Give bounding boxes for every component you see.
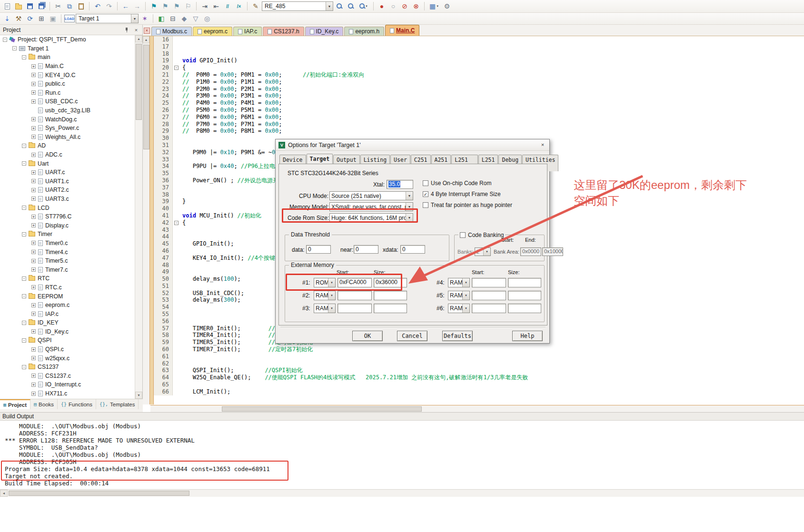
threshold-field-near[interactable]: 0	[354, 245, 378, 254]
checkbox-icon[interactable]	[460, 232, 466, 238]
filter-icon[interactable]: ▽	[190, 14, 201, 23]
checkbox-icon[interactable]: ✓	[423, 191, 428, 197]
tree-item-uart-c[interactable]: +UART.c	[0, 168, 135, 177]
memory-size-field-6[interactable]	[508, 304, 541, 313]
memory-size-field-2[interactable]	[374, 291, 407, 300]
tree-item-public-c[interactable]: +public.c	[0, 79, 135, 89]
tree-item-sys-power-c[interactable]: +Sys_Power.c	[0, 124, 135, 133]
tree-item-cs1237[interactable]: -CS1237	[0, 363, 135, 372]
tree-item-cs1237-c[interactable]: +CS1237.c	[0, 372, 135, 381]
tree-expander-icon[interactable]: -	[22, 232, 26, 236]
tree-expander-icon[interactable]: +	[31, 267, 36, 272]
close-document-button[interactable]: ×	[144, 28, 150, 34]
tree-expander-icon[interactable]: +	[31, 250, 36, 254]
tree-expander-icon[interactable]: +	[31, 73, 36, 77]
tree-item-qspi-c[interactable]: +QSPI.c	[0, 345, 135, 354]
dialog-close-icon[interactable]: ×	[539, 142, 546, 148]
scrollbar-thumb[interactable]	[136, 44, 142, 120]
tree-expander-icon[interactable]: -	[3, 38, 7, 42]
text-search-combo[interactable]: RE_485▼	[262, 1, 333, 11]
tree-expander-icon[interactable]: -	[22, 276, 26, 281]
memory-start-field-1[interactable]: 0xFCA000	[337, 278, 372, 287]
scroll-left-arrow[interactable]: ◄	[0, 490, 8, 497]
tree-item-eeprom[interactable]: -EEPROM	[0, 292, 135, 301]
tree-expander-icon[interactable]: +	[31, 383, 36, 387]
document-tab-eeprom-c[interactable]: eeprom.c	[193, 27, 232, 36]
tree-item-key4-io-c[interactable]: +KEY4_IO.C	[0, 70, 135, 79]
tree-item-timer5-c[interactable]: +Timer5.c	[0, 256, 135, 266]
option-checkbox-treat-far-pointer-as-huge-pointer[interactable]: Treat far pointer as huge pointer	[423, 202, 512, 208]
document-tab-eeprom-h[interactable]: eeprom.h	[344, 27, 384, 36]
tree-expander-icon[interactable]: -	[22, 206, 26, 210]
dropdown-arrow-icon[interactable]: ▼	[462, 304, 469, 313]
tree-expander-icon[interactable]: -	[22, 55, 26, 59]
pin-icon[interactable]	[124, 28, 129, 32]
xtal-field[interactable]: 35.0	[387, 180, 413, 189]
document-tab-id-key-c[interactable]: ID_Key.c	[305, 27, 344, 36]
options-for-target-icon[interactable]: ✶	[139, 14, 150, 23]
uncomment-icon[interactable]: /×	[234, 1, 244, 11]
scrollbar-thumb[interactable]	[222, 406, 422, 412]
memory-start-field-4[interactable]	[472, 278, 506, 287]
tree-item-target-1[interactable]: -Target 1	[0, 44, 135, 53]
tree-item-main-c[interactable]: +Main.C	[0, 62, 135, 71]
memory-start-field-3[interactable]	[337, 304, 372, 313]
paste-icon[interactable]	[76, 1, 86, 11]
tree-item-io-interrupt-c[interactable]: +IO_Interrupt.c	[0, 380, 135, 389]
dropdown-arrow-icon[interactable]: ▼	[406, 214, 413, 222]
memory-size-field-4[interactable]	[508, 278, 541, 287]
tree-expander-icon[interactable]: -	[22, 365, 26, 369]
tree-expander-icon[interactable]: +	[31, 126, 36, 130]
indent-left-icon[interactable]: ⇤	[211, 1, 221, 11]
tree-item-qspi[interactable]: -QSPI	[0, 336, 135, 345]
bookmark-clear-all-icon[interactable]: ⚐	[183, 1, 193, 11]
tree-expander-icon[interactable]: -	[22, 321, 26, 325]
navigate-back-icon[interactable]: ←	[120, 1, 131, 11]
memory-type-dropdown-4[interactable]: RAM▼	[448, 278, 470, 287]
fold-collapse-icon[interactable]: -	[174, 66, 179, 70]
indent-right-icon[interactable]: ⇥	[199, 1, 210, 11]
tree-item-main[interactable]: -main	[0, 53, 135, 62]
tree-expander-icon[interactable]: -	[22, 294, 26, 298]
tree-item-uart3-c[interactable]: +UART3.c	[0, 195, 135, 204]
tree-item-weights-all-c[interactable]: +Weights_All.c	[0, 133, 135, 142]
tree-item-rtc[interactable]: -RTC	[0, 274, 135, 283]
panel-tab-templates[interactable]: {},Templates	[96, 399, 139, 409]
tree-expander-icon[interactable]: +	[31, 179, 36, 183]
tree-expander-icon[interactable]: +	[31, 90, 36, 95]
dropdown-arrow-icon[interactable]: ▼	[328, 304, 335, 313]
panel-tab-books[interactable]: ▤Books	[30, 399, 58, 409]
components-icon[interactable]: ⊟	[168, 14, 178, 23]
download-to-flash-icon[interactable]: LOAD	[64, 14, 75, 23]
dropdown-arrow-icon[interactable]: ▼	[406, 203, 413, 211]
dropdown-arrow-icon[interactable]: ▼	[131, 14, 138, 23]
redo-icon[interactable]: ↷	[104, 1, 114, 11]
tree-item-id-key-c[interactable]: +ID_Key.c	[0, 327, 135, 336]
search-menu-icon[interactable]: ▼	[357, 1, 370, 11]
dropdown-arrow-icon[interactable]: ▼	[328, 278, 335, 287]
tree-item-hx711-c[interactable]: +HX711.c	[0, 389, 135, 398]
tree-expander-icon[interactable]: +	[31, 329, 36, 334]
tree-expander-icon[interactable]: +	[31, 135, 36, 139]
tree-item-iap-c[interactable]: +IAP.c	[0, 309, 135, 318]
tree-item-usb-cdc-32g-lib[interactable]: +usb_cdc_32g.LIB	[0, 106, 135, 115]
dropdown-arrow-icon[interactable]: ▼	[328, 291, 335, 300]
comment-icon[interactable]: //	[222, 1, 233, 11]
tree-item-ad[interactable]: -AD	[0, 141, 135, 150]
tree-expander-icon[interactable]: +	[31, 312, 36, 316]
bank-area-start-field[interactable]: 0x0000	[520, 247, 541, 256]
tree-expander-icon[interactable]: +	[31, 392, 36, 396]
tree-expander-icon[interactable]: +	[31, 170, 36, 175]
bookmark-next-icon[interactable]: ⚑	[171, 1, 182, 11]
target-select-combo[interactable]: Target 1▼	[76, 14, 139, 23]
threshold-field-xdata[interactable]: 0	[400, 245, 425, 254]
checkbox-icon[interactable]	[423, 202, 428, 208]
project-tree-scrollbar[interactable]: ▲ ▼	[135, 35, 142, 399]
fold-collapse-icon[interactable]: -	[174, 221, 179, 225]
tree-expander-icon[interactable]: +	[31, 117, 36, 121]
tree-expander-icon[interactable]: +	[31, 64, 36, 69]
tree-expander-icon[interactable]: +	[31, 356, 36, 360]
symbols-window-icon[interactable]: ◎	[202, 14, 212, 23]
tree-item-st7796-c[interactable]: +ST7796.C	[0, 212, 135, 221]
tree-expander-icon[interactable]: +	[31, 303, 36, 307]
